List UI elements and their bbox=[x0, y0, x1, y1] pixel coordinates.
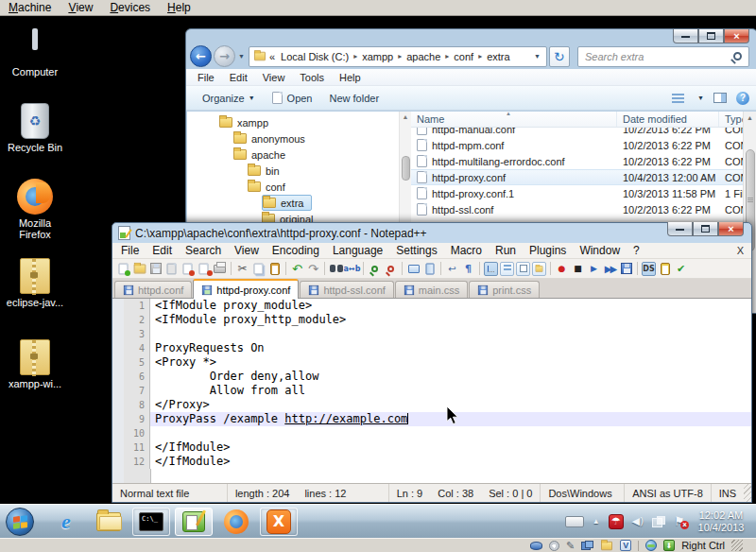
menu-edit[interactable]: Edit bbox=[222, 72, 255, 83]
keyboard-icon[interactable] bbox=[565, 516, 584, 527]
tab-httpd-conf[interactable]: httpd.conf bbox=[114, 281, 192, 298]
notepad-titlebar[interactable]: C:\xampp\apache\conf\extra\httpd-proxy.c… bbox=[112, 223, 751, 243]
avira-icon[interactable]: ☂ bbox=[609, 514, 624, 529]
menu-view[interactable]: View bbox=[255, 72, 293, 83]
vm-menu-help[interactable]: Help bbox=[159, 0, 199, 15]
organize-button[interactable]: Organize▼ bbox=[194, 86, 264, 110]
menu-help[interactable]: ? bbox=[627, 244, 646, 257]
undo-icon[interactable]: ↶ bbox=[289, 261, 305, 277]
tab-httpd-proxy-conf[interactable]: httpd-proxy.conf bbox=[193, 279, 299, 299]
open-file-icon[interactable] bbox=[131, 261, 147, 277]
file-row[interactable]: httpd-mpm.conf10/2/2013 6:22 PMCONF bbox=[411, 137, 756, 153]
copy-icon[interactable] bbox=[250, 261, 266, 277]
vm-menu-view[interactable]: View bbox=[60, 0, 101, 15]
zoom-out-icon[interactable] bbox=[383, 261, 399, 277]
file-row[interactable]: httpd-proxy.conf.110/3/2013 11:58 PM1 Fi… bbox=[411, 185, 756, 201]
desktop-icon-recycle-bin[interactable]: ♻ Recycle Bin bbox=[0, 99, 70, 153]
file-row-selected[interactable]: httpd-proxy.conf10/4/2013 12:00 AMCONF bbox=[411, 169, 756, 185]
tree-item-xampp[interactable]: xampp bbox=[187, 114, 399, 130]
save-all-icon[interactable] bbox=[163, 261, 180, 277]
close-button[interactable]: × bbox=[718, 222, 744, 236]
taskbar-item-firefox[interactable] bbox=[217, 508, 255, 536]
editor[interactable]: 1<IfModule proxy_module> 2<IfModule prox… bbox=[112, 299, 751, 483]
spell-check-icon[interactable]: ✔ bbox=[673, 261, 689, 277]
maximize-button[interactable] bbox=[698, 29, 724, 43]
vm-menu-machine[interactable]: Machine bbox=[0, 0, 60, 15]
print-icon[interactable] bbox=[212, 261, 228, 277]
views-icon[interactable] bbox=[672, 94, 684, 103]
close-button[interactable]: × bbox=[724, 29, 749, 43]
menu-tools[interactable]: Tools bbox=[292, 72, 332, 83]
taskbar-item-internet-explorer[interactable]: e bbox=[47, 508, 85, 536]
back-button[interactable]: ← bbox=[190, 45, 212, 67]
tab-httpd-ssl-conf[interactable]: httpd-ssl.conf bbox=[300, 281, 393, 298]
zoom-in-icon[interactable] bbox=[367, 261, 383, 277]
refresh-button[interactable]: ↻ bbox=[549, 46, 570, 67]
minimize-button[interactable] bbox=[673, 29, 698, 43]
find-icon[interactable] bbox=[328, 261, 344, 277]
tree-item-apache[interactable]: apache bbox=[187, 147, 399, 163]
hidden-icons-button[interactable]: ▲ bbox=[593, 517, 600, 526]
resize-grip[interactable] bbox=[744, 484, 751, 502]
vm-harddisk-icon[interactable] bbox=[530, 542, 542, 550]
tab-main-css[interactable]: main.css bbox=[395, 281, 468, 298]
tree-item-anonymous[interactable]: anonymous bbox=[187, 130, 399, 147]
breadcrumb-item-conf[interactable]: conf bbox=[451, 51, 476, 62]
menu-run[interactable]: Run bbox=[489, 244, 523, 257]
address-bar[interactable]: « Local Disk (C:) ▸ xampp ▸ apache ▸ con… bbox=[249, 46, 547, 67]
macro-run-multiple-icon[interactable]: ▶▶ bbox=[602, 261, 618, 277]
vm-cd-icon[interactable] bbox=[549, 541, 559, 551]
breadcrumb-item-extra[interactable]: extra bbox=[484, 51, 512, 62]
start-button[interactable] bbox=[6, 508, 34, 536]
action-center-icon[interactable]: ⚑x bbox=[674, 514, 685, 528]
forward-button[interactable]: → bbox=[214, 45, 235, 67]
breadcrumb-item-local-disk[interactable]: Local Disk (C:) bbox=[278, 51, 352, 62]
network-icon[interactable] bbox=[652, 516, 665, 527]
vm-host-capture-icon[interactable]: ⬇ bbox=[663, 540, 675, 551]
new-folder-button[interactable]: New folder bbox=[321, 86, 388, 110]
tree-item-extra[interactable]: extra bbox=[187, 195, 399, 211]
close-document-button[interactable]: X bbox=[737, 245, 744, 256]
views-dropdown-icon[interactable]: ▼ bbox=[697, 95, 704, 101]
search-box[interactable]: Search extra bbox=[577, 46, 749, 67]
vm-menu-devices[interactable]: Devices bbox=[101, 0, 159, 15]
menu-plugins[interactable]: Plugins bbox=[523, 244, 573, 257]
close-file-icon[interactable] bbox=[180, 261, 196, 277]
replace-icon[interactable]: a↔b bbox=[344, 261, 360, 277]
menu-encoding[interactable]: Encoding bbox=[266, 244, 326, 257]
indent-guide-icon[interactable] bbox=[483, 261, 499, 277]
volume-icon[interactable]: ◀) bbox=[632, 515, 644, 527]
sync-horizontal-icon[interactable] bbox=[421, 261, 438, 277]
breadcrumb-item-xampp[interactable]: xampp bbox=[359, 51, 396, 62]
show-all-characters-icon[interactable]: ¶ bbox=[460, 261, 476, 277]
open-button[interactable]: Open bbox=[264, 86, 321, 110]
menu-file[interactable]: File bbox=[190, 72, 222, 83]
menu-edit[interactable]: Edit bbox=[146, 244, 179, 257]
vm-shared-folders-icon[interactable] bbox=[601, 541, 612, 549]
vm-resize-grip[interactable] bbox=[731, 540, 743, 551]
address-dropdown-icon[interactable]: ▼ bbox=[534, 53, 541, 60]
menu-help[interactable]: Help bbox=[332, 72, 369, 83]
tab-print-css[interactable]: print.css bbox=[469, 281, 540, 298]
save-icon[interactable] bbox=[147, 261, 163, 277]
vm-network-icon[interactable] bbox=[581, 541, 593, 550]
function-list-icon[interactable] bbox=[499, 261, 515, 277]
vm-mouse-integration-icon[interactable] bbox=[645, 540, 657, 551]
help-icon[interactable]: ? bbox=[736, 92, 749, 105]
doc-monitor-icon[interactable] bbox=[657, 261, 673, 277]
menu-search[interactable]: Search bbox=[179, 244, 228, 257]
file-row[interactable]: httpd-multilang-errordoc.conf10/2/2013 6… bbox=[411, 153, 756, 169]
explorer-titlebar[interactable]: × bbox=[186, 29, 756, 43]
macro-record-icon[interactable]: ● bbox=[554, 261, 570, 277]
taskbar-item-notepad[interactable] bbox=[175, 508, 213, 536]
new-file-icon[interactable] bbox=[115, 261, 131, 277]
vm-display-icon[interactable]: V bbox=[620, 540, 631, 551]
doc-switcher-icon[interactable]: DS bbox=[641, 261, 657, 277]
status-insert-mode[interactable]: INS bbox=[712, 484, 744, 502]
preview-pane-icon[interactable] bbox=[713, 93, 727, 103]
file-row[interactable]: httpd-ssl.conf10/2/2013 6:22 PMCONF bbox=[411, 201, 756, 217]
menu-view[interactable]: View bbox=[228, 244, 266, 257]
url-link[interactable]: http://example.com bbox=[284, 412, 407, 425]
minimize-button[interactable] bbox=[667, 222, 693, 236]
maximize-button[interactable] bbox=[693, 222, 718, 236]
